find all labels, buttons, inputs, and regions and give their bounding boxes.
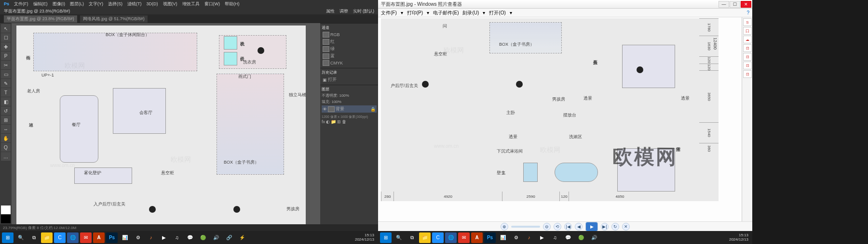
mail-icon[interactable]: ✉ — [458, 232, 470, 243]
layers-opacity[interactable]: 不透明度: 100% — [322, 93, 377, 98]
music-icon[interactable]: ♪ — [145, 232, 157, 243]
menu-3d[interactable]: 3D(D) — [147, 1, 158, 6]
menu-plugin[interactable]: 增效工具 — [182, 1, 200, 7]
tray-icon[interactable]: 🟢 — [575, 232, 587, 243]
channel-r[interactable]: 红 — [322, 38, 377, 45]
edge-icon[interactable]: 🌐 — [67, 232, 79, 243]
hand-tool[interactable]: ✋ — [1, 134, 11, 142]
wpv-open[interactable]: 打开(O) — [489, 10, 505, 16]
prev-icon[interactable]: ◀ — [575, 223, 583, 231]
sw-5[interactable]: ⊡ — [743, 62, 752, 69]
path-tool[interactable]: ↔ — [1, 125, 11, 133]
menu-edit[interactable]: 编辑(E) — [33, 1, 48, 7]
option-adj[interactable]: 调整 — [339, 8, 348, 14]
search-icon[interactable]: 🔍 — [15, 232, 27, 243]
brush-tool[interactable]: ✎ — [1, 79, 11, 88]
player-icon[interactable]: ▶ — [158, 232, 170, 243]
gradient-tool[interactable]: ◧ — [1, 97, 11, 106]
music2-icon[interactable]: ♫ — [171, 232, 183, 243]
marquee-tool[interactable]: ☐ — [1, 33, 11, 42]
zoom-tool[interactable]: Q — [1, 143, 11, 152]
fx-icon[interactable]: fx — [322, 119, 325, 124]
channel-b[interactable]: 蓝 — [322, 52, 377, 60]
zoom-out-icon[interactable]: ⊖ — [543, 223, 551, 231]
taskview-icon[interactable]: ⧉ — [28, 232, 40, 243]
explorer-icon[interactable]: 📁 — [41, 232, 53, 243]
clock-right[interactable]: 15:132024/12/13 — [729, 233, 750, 242]
help-icon[interactable]: ? — [746, 10, 749, 15]
wpv-file[interactable]: 文件(F) — [381, 10, 397, 16]
autocad-icon[interactable]: A — [471, 232, 483, 243]
mask-icon[interactable]: ◐ — [326, 119, 330, 124]
menu-filter[interactable]: 滤镜(T) — [127, 1, 142, 7]
wechat-icon[interactable]: 💬 — [562, 232, 574, 243]
next-icon[interactable]: ▶| — [601, 223, 609, 231]
sw-6[interactable]: ⊡ — [743, 70, 752, 78]
wpv-burn[interactable]: 刻录(U) — [462, 10, 479, 16]
ps-canvas[interactable]: BOX（盒子休闲阳台） BOX（盒子书房） 洗衣房 洗衣机 烘干机 UP+-1 … — [12, 23, 320, 224]
app-icon[interactable]: 📊 — [119, 232, 131, 243]
minimize-button[interactable]: — — [719, 1, 729, 8]
music2-icon[interactable]: ♫ — [549, 232, 561, 243]
menu-image[interactable]: 图像(I) — [53, 1, 66, 7]
fg-color[interactable] — [1, 205, 11, 214]
crop-tool[interactable]: ✚ — [1, 42, 11, 51]
close-button[interactable]: ✕ — [741, 1, 751, 8]
chrome-icon[interactable]: C — [432, 232, 444, 243]
net-icon[interactable]: 🔗 — [223, 232, 235, 243]
sw-4[interactable]: ⊡ — [743, 53, 752, 61]
start-button[interactable]: ⊞ — [2, 232, 14, 243]
wechat-icon[interactable]: 💬 — [184, 232, 196, 243]
channel-cmyk[interactable]: CMYK — [322, 60, 377, 66]
layer-bg[interactable]: 👁 背景 🔒 — [322, 105, 377, 113]
start-button[interactable]: ⊞ — [380, 232, 392, 243]
rotate-tool[interactable]: ↺ — [1, 106, 11, 115]
layers-fill[interactable]: 填充: 100% — [322, 99, 377, 104]
power-icon[interactable]: ⚡ — [236, 232, 248, 243]
trash-icon[interactable]: 🗑 — [342, 119, 346, 124]
volume-icon[interactable]: 🔊 — [210, 232, 222, 243]
taskview-icon[interactable]: ⧉ — [406, 232, 418, 243]
fit-icon[interactable]: ⟲ — [554, 223, 561, 231]
first-icon[interactable]: |◀ — [564, 223, 572, 231]
slideshow-icon[interactable]: ▶ — [585, 222, 598, 231]
folder-icon[interactable]: 📁 — [331, 119, 336, 124]
explorer-icon[interactable]: 📁 — [419, 232, 431, 243]
zoom-slider[interactable] — [511, 226, 540, 228]
menu-window[interactable]: 窗口(W) — [204, 1, 220, 7]
maximize-button[interactable]: ☐ — [730, 1, 740, 8]
history-open[interactable]: ▣打开 — [322, 76, 377, 83]
menu-select[interactable]: 选择(S) — [108, 1, 122, 7]
channel-g[interactable]: 绿 — [322, 45, 377, 52]
sw-1[interactable]: 口 — [743, 27, 752, 35]
option-mode[interactable]: 实时 (默认) — [353, 8, 375, 14]
wpv-print[interactable]: 打印(P) — [407, 10, 423, 16]
option-prop[interactable]: 属性 — [326, 8, 335, 14]
rotate-icon[interactable]: ↻ — [611, 223, 619, 231]
sw-3[interactable]: ⊡ — [743, 44, 752, 52]
wpv-canvas[interactable]: BOX（盒子书房） 悬空柜 户后厅/后玄关 主卧 男孩房 透景 透景 透景 摆放… — [378, 17, 742, 221]
clock-left[interactable]: 15:132024/12/13 — [355, 233, 376, 242]
settings-icon[interactable]: ⚙ — [510, 232, 522, 243]
menu-help[interactable]: 帮助(H) — [225, 1, 240, 7]
more-tool[interactable]: … — [1, 152, 11, 161]
delete-icon[interactable]: ✕ — [622, 223, 630, 231]
menu-layer[interactable]: 图层(L) — [70, 1, 84, 7]
edge-icon[interactable]: 🌐 — [445, 232, 457, 243]
tray-icon[interactable]: 🟢 — [197, 232, 209, 243]
autocad-icon[interactable]: A — [93, 232, 105, 243]
lasso-tool[interactable]: ✂ — [1, 61, 11, 69]
channel-rgb[interactable]: RGB — [322, 31, 377, 38]
sw-2[interactable]: ☁ — [743, 36, 752, 43]
menu-view[interactable]: 视图(V) — [163, 1, 177, 7]
move-tool[interactable]: ↖ — [1, 24, 11, 33]
new-layer-icon[interactable]: ⊞ — [337, 119, 341, 124]
menu-type[interactable]: 文字(Y) — [89, 1, 103, 7]
music-icon[interactable]: ♪ — [523, 232, 535, 243]
pen-tool[interactable]: P — [1, 51, 11, 60]
menu-file[interactable]: 文件(F) — [14, 1, 28, 7]
zoom-in-icon[interactable]: ⊕ — [501, 223, 508, 231]
frame-tool[interactable]: ▭ — [1, 70, 11, 78]
shape-tool[interactable]: ⊞ — [1, 116, 11, 124]
photoshop-icon[interactable]: Ps — [106, 232, 118, 243]
